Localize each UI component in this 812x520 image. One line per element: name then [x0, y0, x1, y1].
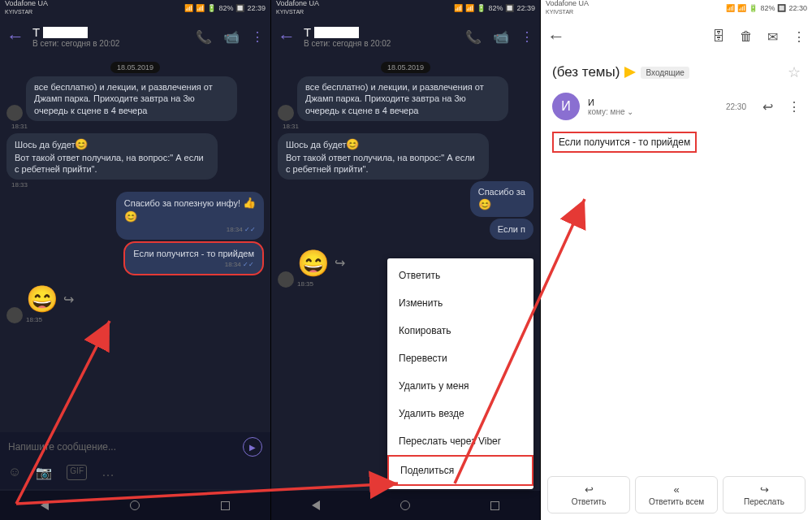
subject: (без темы) — [552, 64, 620, 80]
email-body-highlighted: Если получится - то прийдем — [552, 132, 697, 153]
menu-icon[interactable]: ⋮ — [251, 29, 264, 45]
timestamp: 18:35 — [297, 280, 345, 288]
timestamp: 18:31 — [283, 123, 529, 130]
timestamp: 18:33 — [11, 181, 259, 188]
subject-row: (без темы) Входящие ☆ — [541, 57, 812, 88]
input-bar: Напишите сообщение...▶ ☺ 📷 GIF … — [0, 432, 270, 489]
avatar[interactable] — [278, 271, 294, 288]
sender-avatar[interactable]: И — [552, 93, 580, 120]
viber-chat-panel-1: Vodafone UAKYIVSTAR 📶📶🔋82%🔲22:39 ← Т В с… — [0, 0, 270, 520]
nav-recent[interactable] — [490, 501, 499, 510]
message-out[interactable]: Если п — [490, 219, 533, 240]
star-icon[interactable]: ☆ — [788, 63, 801, 81]
menu-forward-viber[interactable]: Переслать через Viber — [387, 427, 533, 455]
archive-icon[interactable]: 🗄 — [712, 29, 725, 44]
reply-all-button[interactable]: «Ответить всем — [635, 476, 718, 514]
folder-chip[interactable]: Входящие — [641, 67, 689, 79]
back-icon[interactable]: ← — [6, 26, 24, 47]
forward-button[interactable]: ↪Переслать — [723, 476, 806, 514]
nav-home[interactable] — [400, 500, 410, 510]
video-icon[interactable]: 📹 — [493, 29, 509, 45]
menu-reply[interactable]: Ответить — [387, 262, 533, 289]
menu-copy[interactable]: Копировать — [387, 317, 533, 344]
email-panel: Vodafone UAKYIVSTAR 📶📶🔋82%🔲22:30 ← 🗄 🗑 ✉… — [541, 0, 812, 520]
message-input[interactable]: Напишите сообщение... — [8, 441, 116, 453]
gif-icon[interactable]: GIF — [67, 465, 87, 480]
forward-icon[interactable]: ↪ — [335, 255, 345, 271]
date-chip: 18.05.2019 — [381, 62, 430, 73]
timestamp: 18:31 — [11, 123, 259, 130]
viber-chat-panel-2: Vodafone UAKYIVSTAR 📶📶🔋82%🔲22:39 ← Т В с… — [270, 0, 541, 520]
nav-back[interactable] — [312, 500, 320, 510]
date-chip: 18.05.2019 — [110, 62, 160, 73]
message-in[interactable]: Шось да будет😊Вот такой ответ получила, … — [6, 133, 218, 180]
android-navbar — [271, 491, 540, 520]
menu-edit[interactable]: Изменить — [387, 289, 533, 317]
status-bar: Vodafone UAKYIVSTAR 📶📶🔋82%🔲22:30 — [541, 0, 812, 16]
delete-icon[interactable]: 🗑 — [740, 29, 753, 44]
message-in[interactable]: Шось да будет😊Вот такой ответ получила, … — [278, 133, 489, 180]
menu-delete-me[interactable]: Удалить у меня — [387, 372, 533, 400]
back-icon[interactable]: ← — [278, 26, 296, 47]
menu-delete-all[interactable]: Удалить везде — [387, 400, 533, 427]
email-time: 22:30 — [726, 102, 746, 111]
status-bar: Vodafone UAKYIVSTAR 📶📶🔋82%🔲22:39 — [271, 0, 540, 16]
action-bar: ↩Ответить «Ответить всем ↪Переслать — [547, 476, 806, 514]
menu-share[interactable]: Поделиться — [387, 455, 533, 486]
mail-icon[interactable]: ✉ — [767, 29, 778, 45]
send-button[interactable]: ▶ — [243, 437, 262, 457]
sticker[interactable]: 😄 — [297, 248, 330, 279]
android-navbar — [0, 491, 270, 520]
avatar[interactable] — [6, 307, 23, 323]
status-bar: Vodafone UAKYIVSTAR 📶📶🔋82%🔲22:39 — [0, 0, 270, 16]
message-out[interactable]: Спасибо за😊 — [470, 181, 533, 216]
video-icon[interactable]: 📹 — [223, 29, 240, 45]
context-menu: Ответить Изменить Копировать Перевести У… — [387, 258, 533, 489]
emoji-icon[interactable]: ☺ — [8, 465, 21, 480]
importance-marker[interactable] — [624, 67, 636, 78]
message-in[interactable]: все бесплатно) и лекции, и развлечения о… — [297, 76, 508, 121]
location-icon[interactable]: … — [102, 465, 114, 480]
sender-row: И И кому: мне ⌄ 22:30 ↩ ⋮ — [541, 88, 812, 125]
menu-translate[interactable]: Перевести — [387, 344, 533, 372]
sticker[interactable]: 😄 — [26, 284, 58, 314]
back-icon[interactable]: ← — [547, 26, 565, 47]
message-out[interactable]: Спасибо за полезную инфу! 👍😊18:34 ✓✓ — [116, 192, 264, 239]
reply-icon[interactable]: ↩ — [762, 99, 773, 115]
expand-icon[interactable]: ⌄ — [627, 107, 633, 116]
chat-title[interactable]: Т В сети: сегодня в 20:02 — [304, 25, 457, 48]
forward-icon[interactable]: ↪ — [63, 292, 74, 307]
chat-title[interactable]: Т В сети: сегодня в 20:02 — [32, 25, 188, 48]
timestamp: 18:35 — [26, 316, 74, 323]
message-in[interactable]: все бесплатно) и лекции, и развлечения о… — [26, 76, 237, 121]
chat-header: ← Т В сети: сегодня в 20:02 📞 📹 ⋮ — [0, 16, 270, 57]
email-header: ← 🗄 🗑 ✉ ⋮ — [541, 16, 812, 57]
reply-button[interactable]: ↩Ответить — [547, 476, 630, 514]
call-icon[interactable]: 📞 — [196, 29, 212, 45]
message-out-highlighted[interactable]: Если получится - то прийдем18:34 ✓✓ — [123, 241, 264, 276]
menu-icon[interactable]: ⋮ — [793, 29, 806, 45]
nav-back[interactable] — [41, 500, 49, 510]
avatar[interactable] — [6, 105, 23, 121]
menu-icon[interactable]: ⋮ — [520, 29, 533, 45]
avatar[interactable] — [278, 105, 294, 121]
more-icon[interactable]: ⋮ — [788, 99, 801, 115]
camera-icon[interactable]: 📷 — [36, 465, 52, 480]
call-icon[interactable]: 📞 — [465, 29, 482, 45]
nav-recent[interactable] — [221, 501, 230, 510]
nav-home[interactable] — [130, 500, 140, 510]
chat-header: ← Т В сети: сегодня в 20:02 📞 📹 ⋮ — [271, 16, 540, 57]
